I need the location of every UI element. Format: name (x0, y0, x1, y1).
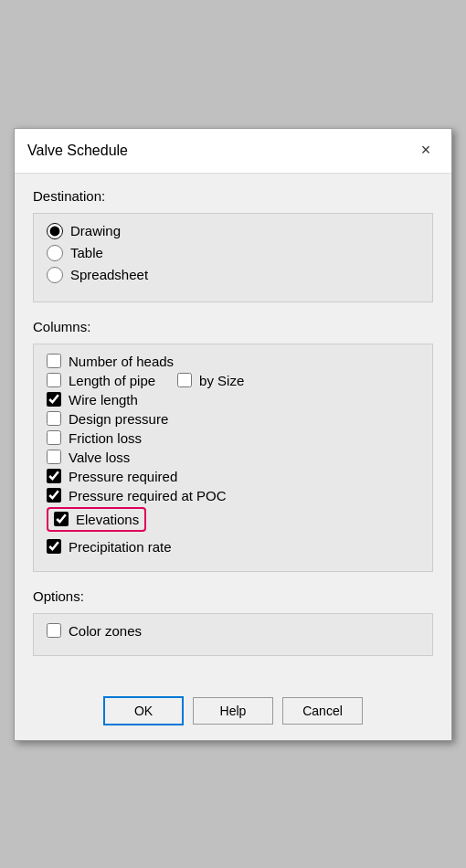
checkbox-valve-loss[interactable]: Valve loss (47, 450, 419, 465)
checkbox-num-heads-input[interactable] (47, 354, 61, 368)
checkbox-wire-length-label: Wire length (69, 392, 138, 408)
checkbox-length-pipe-input[interactable] (47, 373, 61, 387)
options-label: Options: (33, 588, 433, 604)
elevations-row: Elevations (47, 507, 419, 535)
radio-drawing-label: Drawing (70, 223, 121, 238)
checkbox-pressure-required-poc-label: Pressure required at POC (69, 488, 227, 503)
dialog-content: Destination: Drawing Table Spreadsheet C… (15, 174, 451, 687)
checkbox-by-size[interactable]: by Size (177, 373, 244, 388)
checkbox-valve-loss-input[interactable] (47, 450, 61, 464)
columns-label: Columns: (33, 319, 433, 334)
checkbox-elevations-label: Elevations (76, 512, 139, 527)
checkbox-wire-length[interactable]: Wire length (47, 392, 419, 408)
checkbox-friction-loss-label: Friction loss (69, 430, 142, 446)
radio-drawing-input[interactable] (47, 223, 63, 239)
checkbox-pressure-required[interactable]: Pressure required (47, 469, 419, 484)
checkbox-elevations-input[interactable] (54, 512, 69, 526)
checkbox-precipitation-rate-input[interactable] (47, 539, 61, 554)
checkbox-valve-loss-label: Valve loss (69, 450, 130, 465)
checkbox-num-heads[interactable]: Number of heads (47, 354, 419, 369)
checkbox-wire-length-input[interactable] (47, 392, 61, 407)
checkbox-friction-loss-input[interactable] (47, 430, 61, 445)
ok-button[interactable]: OK (103, 696, 184, 725)
columns-box: Number of heads Length of pipe by Size W… (33, 344, 433, 572)
checkbox-elevations[interactable]: Elevations (47, 507, 146, 532)
radio-table-input[interactable] (47, 245, 63, 261)
checkbox-design-pressure[interactable]: Design pressure (47, 411, 419, 427)
checkbox-by-size-label: by Size (199, 373, 244, 388)
checkbox-precipitation-rate[interactable]: Precipitation rate (47, 539, 419, 555)
checkbox-pressure-required-label: Pressure required (69, 469, 177, 484)
destination-label: Destination: (33, 188, 433, 204)
radio-table[interactable]: Table (47, 245, 419, 261)
checkbox-pressure-required-input[interactable] (47, 469, 61, 483)
checkbox-design-pressure-input[interactable] (47, 411, 61, 426)
checkbox-color-zones[interactable]: Color zones (47, 623, 419, 639)
radio-spreadsheet-input[interactable] (47, 267, 63, 283)
close-button[interactable]: × (413, 138, 439, 164)
checkbox-color-zones-input[interactable] (47, 623, 61, 638)
checkbox-by-size-input[interactable] (177, 373, 192, 387)
checkbox-design-pressure-label: Design pressure (69, 411, 168, 427)
valve-schedule-dialog: Valve Schedule × Destination: Drawing Ta… (14, 128, 452, 741)
cancel-button[interactable]: Cancel (282, 697, 363, 725)
checkbox-friction-loss[interactable]: Friction loss (47, 430, 419, 446)
pipe-row: Length of pipe by Size (47, 373, 419, 388)
checkbox-length-pipe[interactable]: Length of pipe (47, 373, 155, 388)
checkbox-precipitation-rate-label: Precipitation rate (69, 539, 172, 555)
radio-table-label: Table (70, 245, 103, 260)
destination-box: Drawing Table Spreadsheet (33, 213, 433, 302)
checkbox-length-pipe-label: Length of pipe (69, 373, 155, 388)
title-bar: Valve Schedule × (15, 129, 451, 174)
help-button[interactable]: Help (193, 697, 273, 725)
radio-spreadsheet[interactable]: Spreadsheet (47, 267, 419, 283)
radio-spreadsheet-label: Spreadsheet (70, 267, 148, 282)
radio-drawing[interactable]: Drawing (47, 223, 419, 239)
dialog-title: Valve Schedule (27, 143, 128, 159)
checkbox-pressure-required-poc-input[interactable] (47, 488, 61, 503)
button-row: OK Help Cancel (15, 687, 451, 740)
checkbox-color-zones-label: Color zones (69, 623, 142, 639)
checkbox-pressure-required-poc[interactable]: Pressure required at POC (47, 488, 419, 503)
checkbox-num-heads-label: Number of heads (69, 354, 174, 369)
options-box: Color zones (33, 613, 433, 656)
